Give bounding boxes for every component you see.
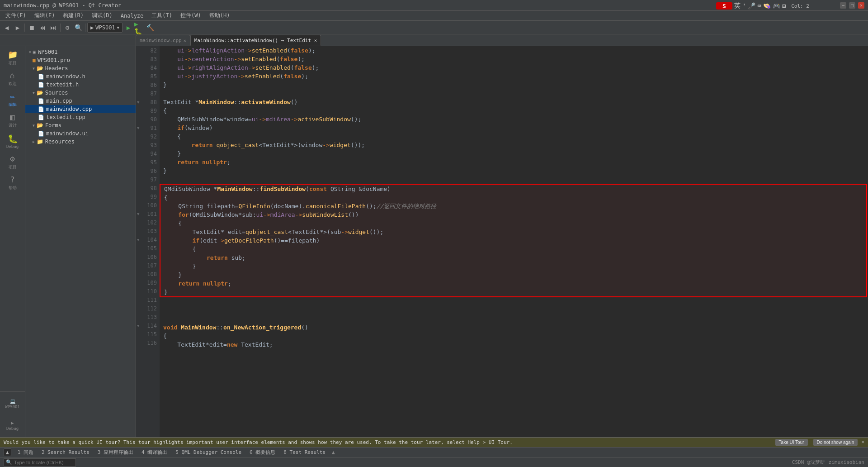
menu-tools[interactable]: 工具(T)	[148, 11, 176, 20]
tab-label-mainwindow: mainwindow.cpp	[140, 38, 182, 43]
tree-folder-resources[interactable]: ▶ 📁 Resources	[25, 138, 136, 146]
forms-folder-icon: 📂	[37, 122, 43, 129]
minimize-button[interactable]: —	[840, 2, 846, 9]
toolbar-debug-run[interactable]: ▶🐛	[134, 23, 144, 33]
gutter-105: 105	[136, 244, 160, 253]
locate-search-box[interactable]: 🔍	[4, 458, 76, 467]
toolbar-search[interactable]: 🔍	[73, 23, 83, 33]
tree-file-texteditcpp[interactable]: 📄 textedit.cpp	[25, 113, 136, 121]
wps-grid-icon[interactable]: ⊞	[782, 2, 786, 10]
bottom-tab-issues[interactable]: 1 问题	[14, 448, 37, 457]
menu-debug[interactable]: 调试(D)	[88, 11, 116, 20]
pro-file-icon: ■	[33, 57, 36, 63]
code-line-108: }	[160, 271, 866, 279]
debug-label: Debug	[6, 144, 19, 149]
selection-box: QMdiSubWindow *MainWindow::findSubWindow…	[160, 184, 867, 297]
tree-file-maincpp[interactable]: 📄 main.cpp	[25, 97, 136, 105]
debug-bottom-label: Debug	[6, 426, 19, 431]
maximize-button[interactable]: □	[849, 2, 855, 9]
tab-close-mainwindow[interactable]: ✕	[184, 38, 186, 43]
target-selector[interactable]: ▶ WPS001 ▼	[87, 23, 123, 33]
tree-project-wps001[interactable]: ▼ ▣ WPS001	[25, 48, 136, 56]
gutter-90: 90	[136, 115, 160, 124]
fold-104[interactable]: ▼	[137, 238, 139, 242]
bottom-tab-search[interactable]: 2 Search Results	[38, 448, 93, 456]
menu-analyze[interactable]: Analyze	[117, 12, 147, 20]
wps-keyboard-icon[interactable]: ⌨	[757, 2, 761, 10]
file-tree[interactable]: ▼ ▣ WPS001 ■ WPS001.pro ▼ 📂 Headers 📄 ma…	[25, 46, 136, 437]
sidebar-item-design[interactable]: ◧ 设计	[3, 110, 23, 130]
toolbar-prev[interactable]: ⏮	[38, 23, 47, 33]
sidebar-item-debug-bottom[interactable]: ▶ Debug	[3, 415, 23, 435]
tree-file-mainwindowh[interactable]: 📄 mainwindow.h	[25, 72, 136, 81]
tab-label-activatewindow: MainWindow::activateWindow() → TextEdit …	[194, 38, 317, 43]
tree-file-textedit-h[interactable]: 📄 textedit.h	[25, 81, 136, 89]
sidebar-item-wps001[interactable]: 💻 WPS001	[3, 394, 23, 414]
code-container[interactable]: 82 83 84 85 86 87 ▼88 89 90 ▼91 92 93 94…	[136, 46, 868, 437]
toolbar-stop[interactable]: ⏹	[27, 23, 37, 33]
menu-edit[interactable]: 编辑(E)	[31, 11, 59, 20]
bottom-tab-summary[interactable]: 6 概要信息	[246, 448, 279, 457]
toolbar-forward[interactable]: ▶	[13, 23, 23, 33]
code-line-91: if(window)	[160, 124, 868, 132]
toolbar-back[interactable]: ◀	[2, 23, 12, 33]
tour-bar: Would you like to take a quick UI tour? …	[0, 437, 868, 447]
line-numbers: 82 83 84 85 86 87 ▼88 89 90 ▼91 92 93 94…	[136, 46, 160, 437]
resources-label: Resources	[45, 138, 75, 145]
code-line-100: QString filepath=QFileInfo(docName).cano…	[160, 202, 866, 210]
gutter-93: 93	[136, 141, 160, 149]
wps-hat-icon[interactable]: 👒	[763, 2, 771, 10]
tab-activatewindow[interactable]: MainWindow::activateWindow() → TextEdit …	[190, 35, 321, 46]
toolbar-build[interactable]: 🔨	[145, 23, 155, 33]
tree-folder-forms[interactable]: ▼ 📂 Forms	[25, 121, 136, 129]
tree-folder-sources[interactable]: ▼ 📂 Sources	[25, 89, 136, 97]
close-button[interactable]: ✕	[858, 2, 864, 9]
bottom-tab-compile[interactable]: 4 编译输出	[138, 448, 171, 457]
projects2-label: 项目	[9, 164, 17, 170]
tree-folder-headers[interactable]: ▼ 📂 Headers	[25, 64, 136, 72]
code-line-110: }	[160, 288, 866, 296]
wps-comma-icon[interactable]: '	[742, 2, 746, 10]
bottom-tab-qml[interactable]: 5 QML Debugger Console	[172, 448, 245, 456]
toolbar-run[interactable]: ▶	[123, 23, 133, 33]
sidebar-item-edit[interactable]: ✏ 编辑	[3, 90, 23, 110]
tree-file-wps001pro[interactable]: ■ WPS001.pro	[25, 56, 136, 64]
fold-114[interactable]: ▼	[137, 324, 139, 328]
fold-101[interactable]: ▼	[137, 212, 139, 216]
fold-91[interactable]: ▼	[137, 126, 139, 130]
gutter-101: ▼101	[136, 210, 160, 218]
bottom-tab-toggle[interactable]: ▲	[4, 448, 11, 456]
toolbar-next[interactable]: ⏭	[48, 23, 58, 33]
sidebar-item-projects[interactable]: 📁 项目	[3, 48, 23, 68]
title-bar: mainwindow.cpp @ WPS001 - Qt Creator S 英…	[0, 0, 868, 11]
bottom-tab-more[interactable]: ▲	[332, 449, 335, 455]
design-label: 设计	[9, 123, 17, 129]
menu-widget[interactable]: 控件(W)	[177, 11, 205, 20]
sidebar-item-debug[interactable]: 🐛 Debug	[3, 131, 23, 151]
tour-close-icon[interactable]: ✕	[861, 439, 864, 446]
gutter-84: 84	[136, 63, 160, 72]
menu-help[interactable]: 帮助(H)	[206, 11, 234, 20]
sidebar-item-projects2[interactable]: ⚙ 项目	[3, 152, 23, 172]
wps-en-icon[interactable]: 英	[734, 2, 741, 10]
fold-88[interactable]: ▼	[137, 100, 139, 105]
tree-file-mainwindowcpp[interactable]: 📄 mainwindow.cpp	[25, 105, 136, 113]
tab-mainwindow-cpp[interactable]: mainwindow.cpp ✕	[136, 35, 190, 46]
sidebar-item-welcome[interactable]: ⌂ 欢迎	[3, 69, 23, 89]
menu-build[interactable]: 构建(B)	[59, 11, 87, 20]
bottom-tab-test[interactable]: 8 Test Results	[280, 448, 329, 456]
bottom-tab-app-output[interactable]: 3 应用程序输出	[94, 448, 137, 457]
menu-file[interactable]: 文件(F)	[2, 11, 30, 20]
wps-logo-area: S 英 ' 🎤 ⌨ 👒 🎮 ⊞ Col: 2	[716, 2, 809, 10]
take-ui-tour-button[interactable]: Take UI Tour	[775, 439, 808, 446]
gutter-96: 96	[136, 167, 160, 175]
sidebar-item-help[interactable]: ? 帮助	[3, 173, 23, 193]
toolbar-settings[interactable]: ⚙	[62, 23, 72, 33]
code-line-92: {	[160, 132, 868, 141]
wps-game-icon[interactable]: 🎮	[773, 2, 780, 10]
code-line-96: }	[160, 167, 868, 175]
locate-input[interactable]	[14, 460, 74, 465]
do-not-show-again-button[interactable]: Do not show again	[813, 439, 858, 446]
wps-mic-icon[interactable]: 🎤	[748, 2, 755, 10]
tree-file-mainwindowui[interactable]: 📄 mainwindow.ui	[25, 129, 136, 138]
